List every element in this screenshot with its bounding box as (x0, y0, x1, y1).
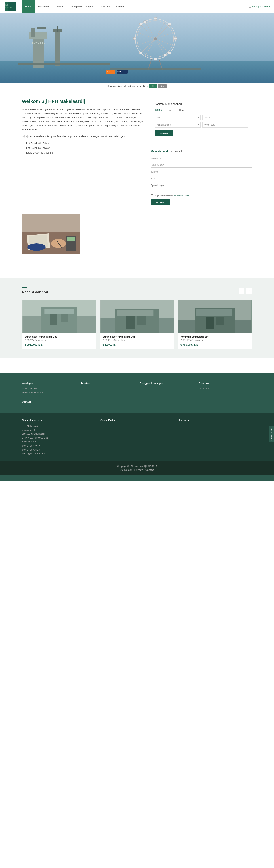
footer-col-beleggen: Beleggen in vastgoed (140, 382, 193, 395)
search-tab-huur[interactable]: Huur (178, 108, 185, 112)
footer-contact-link[interactable]: Contact (145, 468, 154, 471)
office-image (22, 214, 80, 254)
remarks-textarea[interactable] (151, 183, 252, 192)
property-address-2: Burgemeester Patijnlaan 161 (103, 335, 172, 338)
footer-col-woningen: Woningen Woningaanbod Verkocht en verhuu… (22, 382, 75, 395)
property-city-1: 2585 V 's-Gravenhage (25, 339, 94, 341)
email-input[interactable] (151, 176, 252, 181)
lastname-field (151, 163, 252, 167)
svg-rect-14 (18, 63, 110, 65)
property-price-2: € 1.800,- p.j. (103, 343, 172, 346)
phone-field (151, 169, 252, 174)
contact-tab-afspraak[interactable]: Maak afspraak (151, 150, 168, 153)
cookie-nee-button[interactable]: Nee (158, 84, 167, 88)
footer-partners-col: Partners (179, 419, 252, 456)
privacy-label: Ik ga akkoord met de privacyverklaring (155, 195, 189, 197)
prev-button[interactable]: ← (239, 288, 244, 294)
svg-rect-9 (37, 27, 46, 29)
next-button[interactable]: → (246, 288, 252, 294)
search-box: Zoeken in ons aanbod Beide • Koop • Huur… (151, 98, 252, 140)
property-city-3: 2518 JP 's-Gravenhage (180, 339, 249, 341)
navbar-links: Home Woningen Taxaties Beleggen in vastg… (22, 0, 249, 13)
phone-input[interactable] (151, 169, 252, 174)
svg-rect-63 (117, 310, 153, 316)
footer-top: Woningen Woningaanbod Verkocht en verhuu… (22, 382, 252, 406)
privacy-link[interactable]: privacyverklaring (174, 195, 189, 197)
svg-rect-51 (67, 237, 75, 241)
cultural-list: Het Residentie Orkest Het Nationale Thea… (22, 141, 143, 155)
svg-rect-62 (137, 316, 146, 326)
list-item: Louis Couperus Museum (26, 150, 143, 155)
properties-grid: Burgemeester Patijnlaan 238 2585 V 's-Gr… (22, 300, 252, 349)
search-tab-beide[interactable]: Beide (155, 108, 162, 112)
recent-header: Recent aanbod ← → (22, 287, 252, 294)
search-tab-koop[interactable]: Koop (167, 108, 174, 112)
firstname-input[interactable] (151, 156, 252, 161)
svg-rect-33 (144, 21, 146, 23)
list-item: Het Residentie Orkest (26, 141, 143, 146)
search-street-select[interactable]: Straat (202, 115, 248, 120)
footer-link-woningaanbod[interactable]: Woningaanbod (22, 387, 37, 390)
footer-contact-details: HFH Makelaardij Javastraat 11 2585 AB 'S… (22, 424, 95, 456)
submit-button[interactable]: Verstuur (151, 199, 170, 205)
footer-link-kantoor[interactable]: Ons kantoor (199, 387, 211, 390)
nav-taxaties[interactable]: Taxaties (52, 0, 67, 13)
welcome-section: Welkom bij HFH Makelaardij HFH Makelaard… (22, 98, 143, 205)
svg-rect-55 (50, 314, 57, 326)
footer-copyright: Copyright © HFH Makelaardij 2019-2025 (22, 465, 252, 468)
nav-beleggen[interactable]: Beleggen in vastgoed (67, 0, 97, 13)
contact-tab-bel[interactable]: Bel mij (175, 150, 182, 153)
list-item: Het Nationale Theater (26, 146, 143, 150)
nav-over-ons[interactable]: Over ons (97, 0, 113, 13)
lastname-input[interactable] (151, 163, 252, 167)
svg-rect-69 (196, 309, 232, 316)
svg-text:BUNGY BU: BUNGY BU (32, 41, 45, 44)
cookie-ok-button[interactable]: OK (149, 84, 157, 88)
privacy-checkbox[interactable] (151, 194, 153, 197)
svg-rect-31 (139, 52, 142, 54)
property-address-3: Koningin Emmakade 156 (180, 335, 249, 338)
favorites-tab[interactable]: Mijn favorieten (269, 426, 274, 442)
property-card-3[interactable]: Koningin Emmakade 156 2518 JP 's-Gravenh… (178, 300, 252, 349)
footer-contact-col: Contactgegevens HFH Makelaardij Javastra… (22, 419, 95, 456)
privacy-check-row: Ik ga akkoord met de privacyverklaring (151, 194, 252, 197)
footer-contact-grid: Contactgegevens HFH Makelaardij Javastra… (22, 419, 252, 456)
logo[interactable]: hfh makelaardij (4, 2, 16, 12)
footer-bottom-links: Disclaimer Privacy Contact (22, 468, 252, 471)
property-price-3: € 750.000,- k.k. (180, 343, 249, 346)
search-button[interactable]: Zoeken (155, 130, 173, 136)
svg-rect-27 (133, 37, 136, 40)
search-living-select[interactable]: Woon opp. (202, 122, 248, 128)
search-place-select[interactable]: Plaats (155, 115, 200, 120)
footer-contact-section: Contactgegevens HFH Makelaardij Javastra… (0, 413, 274, 461)
footer-social-title: Social Media (100, 419, 174, 422)
office-section (0, 214, 274, 264)
footer-privacy-link[interactable]: Privacy (134, 468, 143, 471)
footer-disclaimer-link[interactable]: Disclaimer (120, 468, 132, 471)
navbar-login[interactable]: Inloggen move.nl (249, 5, 270, 8)
right-column: Zoeken in ons aanbod Beide • Koop • Huur… (151, 98, 252, 205)
nav-contact[interactable]: Contact (113, 0, 128, 13)
svg-text:NVM: NVM (117, 71, 121, 73)
footer-link-verkocht[interactable]: Verkocht en verhuurd (22, 391, 43, 394)
email-field (151, 176, 252, 181)
nav-woningen[interactable]: Woningen (35, 0, 52, 13)
cookie-bar: Deze website maakt gebruik van cookies. … (0, 83, 274, 89)
nav-home[interactable]: Home (22, 0, 35, 13)
firstname-field (151, 156, 252, 161)
svg-text:funda: funda (107, 71, 111, 73)
spacer (0, 264, 274, 278)
footer-contact-title: Contactgegevens (22, 419, 95, 422)
footer-col-title-3: Beleggen in vastgoed (140, 382, 193, 384)
recent-section: Recent aanbod ← → Burgemeester Patijnlaa… (0, 278, 274, 358)
property-card-2[interactable]: Burgemeester Patijnlaan 161 2585 RS 's-G… (100, 300, 174, 349)
property-info-1: Burgemeester Patijnlaan 238 2585 V 's-Gr… (22, 333, 96, 349)
svg-rect-68 (216, 317, 224, 326)
search-rooms-select[interactable]: Aantal kamers (155, 122, 200, 128)
recent-title: Recent aanbod (22, 287, 48, 294)
footer-social-col: Social Media (100, 419, 174, 456)
property-card-1[interactable]: Burgemeester Patijnlaan 238 2585 V 's-Gr… (22, 300, 96, 349)
welcome-paragraph1: HFH Makelaardij is opgericht in 1975 en … (22, 107, 143, 132)
svg-rect-67 (206, 317, 214, 329)
property-info-2: Burgemeester Patijnlaan 161 2585 RS 's-G… (100, 333, 174, 349)
